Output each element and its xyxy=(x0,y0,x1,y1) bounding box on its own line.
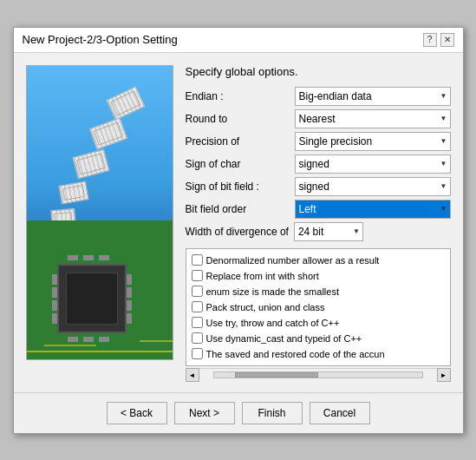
option-label-signchar: Sign of char xyxy=(186,158,290,170)
signbit-select[interactable]: signed unsigned xyxy=(295,177,451,196)
card-4 xyxy=(58,181,88,204)
checkbox-2[interactable] xyxy=(192,270,203,281)
project-image xyxy=(26,65,173,360)
signchar-select[interactable]: signed unsigned xyxy=(295,154,451,174)
precision-select-wrapper: Single precision Double precision xyxy=(295,132,451,151)
pin xyxy=(52,313,57,324)
round-select[interactable]: Nearest Zero Up Down xyxy=(295,109,451,128)
option-row-bitorder: Bit field order Left Right xyxy=(186,200,451,219)
checkbox-item-1: Denormalized number allower as a result xyxy=(192,253,445,268)
finish-button[interactable]: Finish xyxy=(242,402,303,424)
checkbox-item-2: Replace from int with short xyxy=(192,268,445,284)
checkbox-7[interactable] xyxy=(192,348,203,359)
checkbox-item-5: Use try, throw and catch of C++ xyxy=(192,315,445,331)
checkbox-label-5: Use try, throw and catch of C++ xyxy=(206,318,340,328)
width-select[interactable]: 24 bit 32 bit 64 bit xyxy=(294,222,363,241)
scroll-left-button[interactable]: ◄ xyxy=(186,368,199,382)
pin xyxy=(127,313,132,324)
trace xyxy=(140,340,173,342)
width-select-wrapper: 24 bit 32 bit 64 bit xyxy=(294,222,363,241)
dialog-footer: < Back Next > Finish Cancel xyxy=(14,392,463,433)
specify-label: Specify global options. xyxy=(186,65,451,78)
option-row-signchar: Sign of char signed unsigned xyxy=(186,154,451,174)
checkbox-item-6: Use dynamic_cast and typeid of C++ xyxy=(192,331,445,346)
option-label-signbit: Sign of bit field : xyxy=(186,181,290,193)
title-bar: New Project-2/3-Option Setting ? ✕ xyxy=(14,28,463,53)
pin xyxy=(127,300,132,311)
scrollbar-track[interactable] xyxy=(213,371,423,378)
checkbox-label-7: The saved and restored code of the accun xyxy=(206,349,385,359)
endian-select[interactable]: Big-endian data Little-endian data xyxy=(295,87,451,106)
checkbox-section: Denormalized number allower as a result … xyxy=(186,248,451,366)
pin xyxy=(127,287,132,298)
checkbox-item-7: The saved and restored code of the accun xyxy=(192,346,445,362)
checkbox-label-2: Replace from int with short xyxy=(206,271,319,281)
cancel-button[interactable]: Cancel xyxy=(310,402,370,424)
endian-select-wrapper: Big-endian data Little-endian data xyxy=(295,87,451,106)
checkbox-5[interactable] xyxy=(192,317,203,328)
checkbox-4[interactable] xyxy=(192,301,203,312)
card-2 xyxy=(88,117,127,149)
pin xyxy=(127,274,132,285)
pin xyxy=(83,255,94,260)
option-label-round: Round to xyxy=(186,113,290,125)
help-button[interactable]: ? xyxy=(423,33,437,47)
title-controls: ? ✕ xyxy=(423,33,454,47)
checkbox-item-4: Pack struct, union and class xyxy=(192,299,445,315)
options-grid: Endian : Big-endian data Little-endian d… xyxy=(186,87,451,219)
checkbox-label-3: enum size is made the smallest xyxy=(206,286,339,297)
width-label: Width of divergence of xyxy=(186,226,289,238)
dialog-window: New Project-2/3-Option Setting ? ✕ xyxy=(13,27,464,434)
checkbox-6[interactable] xyxy=(192,332,203,344)
pin xyxy=(52,300,57,311)
option-row-precision: Precision of Single precision Double pre… xyxy=(186,132,451,151)
pin xyxy=(99,255,109,260)
dialog-body: Specify global options. Endian : Big-end… xyxy=(14,53,463,389)
dialog-title: New Project-2/3-Option Setting xyxy=(23,33,178,46)
pin xyxy=(52,274,57,285)
signbit-select-wrapper: signed unsigned xyxy=(295,177,451,196)
close-button[interactable]: ✕ xyxy=(440,33,454,47)
option-label-endian: Endian : xyxy=(186,90,290,102)
checkbox-1[interactable] xyxy=(192,254,203,266)
next-button[interactable]: Next > xyxy=(174,402,235,424)
pin xyxy=(52,287,57,298)
scrollbar-area: ◄ ► xyxy=(186,368,451,382)
bitorder-select-wrapper: Left Right xyxy=(295,200,451,219)
right-panel: Specify global options. Endian : Big-end… xyxy=(186,65,451,382)
checkbox-item-3: enum size is made the smallest xyxy=(192,284,445,299)
card-1 xyxy=(106,86,145,121)
trace xyxy=(44,345,96,346)
pin xyxy=(68,255,78,260)
scroll-right-button[interactable]: ► xyxy=(437,368,451,382)
round-select-wrapper: Nearest Zero Up Down xyxy=(295,109,451,128)
chip-inner xyxy=(66,273,118,325)
option-label-precision: Precision of xyxy=(186,135,290,148)
bitorder-select[interactable]: Left Right xyxy=(295,200,451,219)
pcb-chip xyxy=(57,264,127,333)
option-label-bitorder: Bit field order xyxy=(186,203,290,215)
checkbox-3[interactable] xyxy=(192,286,203,297)
card-3 xyxy=(72,148,109,179)
option-row-endian: Endian : Big-endian data Little-endian d… xyxy=(186,87,451,106)
checkbox-label-6: Use dynamic_cast and typeid of C++ xyxy=(206,333,362,344)
trace xyxy=(27,351,173,352)
pcb-board xyxy=(27,220,173,359)
width-row: Width of divergence of 24 bit 32 bit 64 … xyxy=(186,222,451,241)
checkbox-label-1: Denormalized number allower as a result xyxy=(206,255,380,266)
back-button[interactable]: < Back xyxy=(107,402,167,424)
signchar-select-wrapper: signed unsigned xyxy=(295,154,451,174)
option-row-signbit: Sign of bit field : signed unsigned xyxy=(186,177,451,196)
checkbox-label-4: Pack struct, union and class xyxy=(206,302,325,312)
precision-select[interactable]: Single precision Double precision xyxy=(295,132,451,151)
option-row-round: Round to Nearest Zero Up Down xyxy=(186,109,451,128)
scrollbar-thumb[interactable] xyxy=(235,372,318,378)
